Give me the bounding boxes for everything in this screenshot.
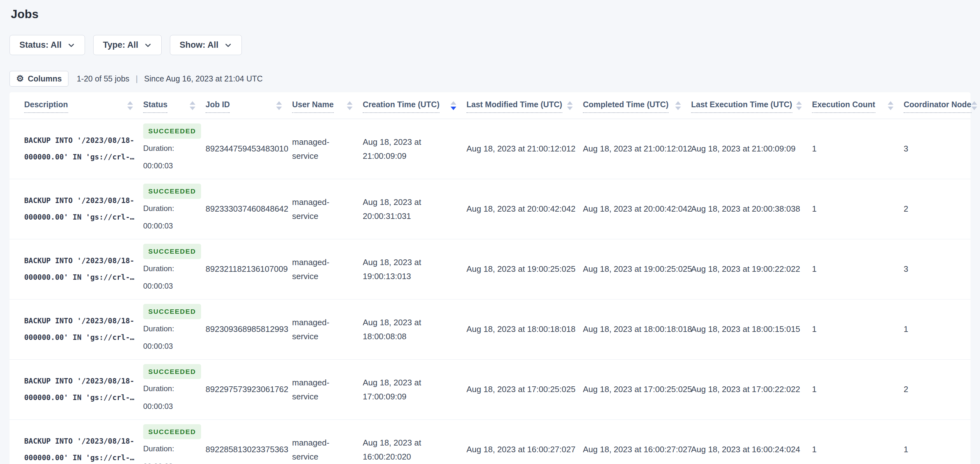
description-cell: BACKUP INTO '/2023/08/18- 000000.00' IN …: [10, 179, 143, 239]
job-id-cell: 892344759453483010: [205, 119, 292, 179]
column-header-label: Last Modified Time (UTC): [466, 100, 562, 113]
sort-down-arrow: [888, 107, 894, 110]
sort-up-arrow: [888, 101, 894, 105]
status-badge: SUCCEEDED: [143, 244, 201, 259]
sort-icon[interactable]: [675, 101, 681, 110]
creation-time: Aug 18, 2023 at 19:00:13:013: [363, 255, 458, 283]
description-line: BACKUP INTO '/2023/08/18-: [24, 373, 135, 389]
status-badge: SUCCEEDED: [143, 304, 201, 319]
table-row[interactable]: BACKUP INTO '/2023/08/18- 000000.00' IN …: [10, 299, 970, 359]
table-row[interactable]: BACKUP INTO '/2023/08/18- 000000.00' IN …: [10, 359, 970, 419]
column-header-label: Last Execution Time (UTC): [691, 100, 792, 113]
execution-count-cell: 1: [812, 119, 904, 179]
column-header[interactable]: Coordinator Node: [904, 92, 970, 119]
completed-time-cell: Aug 18, 2023 at 20:00:42:042: [583, 179, 691, 239]
sort-down-arrow: [450, 107, 456, 110]
sort-up-arrow: [127, 101, 133, 105]
sort-icon[interactable]: [276, 101, 282, 110]
status-filter-dropdown[interactable]: Status: All: [10, 35, 85, 55]
column-header[interactable]: Status: [143, 92, 205, 119]
column-header[interactable]: User Name: [292, 92, 363, 119]
sort-icon[interactable]: [796, 101, 802, 110]
user-name-cell: managed-service: [292, 419, 363, 464]
column-header-label: Execution Count: [812, 100, 875, 113]
jobs-table: Description Status Job ID User Name: [10, 92, 970, 464]
column-header[interactable]: Description: [10, 92, 143, 119]
table-row[interactable]: BACKUP INTO '/2023/08/18- 000000.00' IN …: [10, 419, 970, 464]
description-cell: BACKUP INTO '/2023/08/18- 000000.00' IN …: [10, 419, 143, 464]
sort-icon[interactable]: [189, 101, 196, 110]
sort-icon[interactable]: [971, 101, 977, 110]
last-modified-time-cell: Aug 18, 2023 at 17:00:25:025: [466, 359, 583, 419]
description-cell: BACKUP INTO '/2023/08/18- 000000.00' IN …: [10, 239, 143, 299]
show-filter-dropdown[interactable]: Show: All: [170, 35, 242, 55]
type-filter-dropdown[interactable]: Type: All: [93, 35, 162, 55]
job-id-cell: 892285813023375363: [205, 419, 292, 464]
results-count: 1-20 of 55 jobs: [77, 74, 129, 83]
table-toolbar: ⚙ Columns 1-20 of 55 jobs | Since Aug 16…: [10, 71, 970, 86]
status-cell: SUCCEEDED Duration: 00:00:03: [143, 119, 205, 179]
description-line: 000000.00' IN 'gs://crl-…: [24, 269, 135, 286]
sort-icon[interactable]: [450, 101, 456, 110]
sort-up-arrow: [347, 101, 353, 105]
sort-up-arrow: [276, 101, 282, 105]
status-filter-label: Status: All: [19, 40, 62, 50]
last-modified-time-cell: Aug 18, 2023 at 18:00:18:018: [466, 299, 583, 359]
status-badge: SUCCEEDED: [143, 424, 201, 440]
duration-value: 00:00:03: [143, 217, 198, 234]
duration-value: 00:00:03: [143, 277, 198, 295]
columns-button[interactable]: ⚙ Columns: [10, 71, 68, 86]
completed-time-cell: Aug 18, 2023 at 21:00:12:012: [583, 119, 691, 179]
column-header-label: Coordinator Node: [904, 100, 971, 113]
creation-time-cell: Aug 18, 2023 at 19:00:13:013: [363, 239, 466, 299]
execution-count-cell: 1: [812, 359, 904, 419]
sort-down-arrow: [189, 107, 196, 110]
sort-down-arrow: [276, 107, 282, 110]
last-execution-time-cell: Aug 18, 2023 at 19:00:22:022: [691, 239, 812, 299]
description-line: BACKUP INTO '/2023/08/18-: [24, 132, 135, 149]
duration-label: Duration:: [143, 379, 198, 397]
column-header[interactable]: Creation Time (UTC): [363, 92, 466, 119]
last-execution-time-cell: Aug 18, 2023 at 18:00:15:015: [691, 299, 812, 359]
user-name: managed-service: [292, 316, 353, 343]
duration-value: 00:00:03: [143, 157, 198, 174]
chevron-down-icon: [224, 41, 232, 49]
coordinator-node-cell: 3: [904, 119, 970, 179]
user-name-cell: managed-service: [292, 179, 363, 239]
sort-icon[interactable]: [567, 101, 573, 110]
description-line: BACKUP INTO '/2023/08/18-: [24, 433, 135, 450]
coordinator-node-cell: 2: [904, 179, 970, 239]
sort-icon[interactable]: [127, 101, 133, 110]
table-row[interactable]: BACKUP INTO '/2023/08/18- 000000.00' IN …: [10, 119, 970, 179]
execution-count-cell: 1: [812, 299, 904, 359]
description-line: 000000.00' IN 'gs://crl-…: [24, 329, 135, 346]
column-header[interactable]: Completed Time (UTC): [583, 92, 691, 119]
sort-down-arrow: [347, 107, 353, 110]
job-id-cell: 892333037460848642: [205, 179, 292, 239]
jobs-table-card: Description Status Job ID User Name: [10, 92, 970, 464]
column-header[interactable]: Execution Count: [812, 92, 904, 119]
column-header[interactable]: Job ID: [205, 92, 292, 119]
creation-time: Aug 18, 2023 at 21:00:09:09: [363, 135, 458, 163]
sort-icon[interactable]: [347, 101, 353, 110]
sort-up-arrow: [450, 101, 456, 105]
page-title: Jobs: [11, 8, 970, 21]
job-id-cell: 892297573923061762: [205, 359, 292, 419]
results-since: Since Aug 16, 2023 at 21:04 UTC: [144, 74, 262, 83]
sort-up-arrow: [971, 101, 977, 105]
table-row[interactable]: BACKUP INTO '/2023/08/18- 000000.00' IN …: [10, 179, 970, 239]
coordinator-node-cell: 3: [904, 239, 970, 299]
sort-icon[interactable]: [888, 101, 894, 110]
table-row[interactable]: BACKUP INTO '/2023/08/18- 000000.00' IN …: [10, 239, 970, 299]
description-line: BACKUP INTO '/2023/08/18-: [24, 193, 135, 209]
job-id-cell: 892321182136107009: [205, 239, 292, 299]
column-header[interactable]: Last Modified Time (UTC): [466, 92, 583, 119]
coordinator-node-cell: 1: [904, 299, 970, 359]
execution-count-cell: 1: [812, 419, 904, 464]
column-header[interactable]: Last Execution Time (UTC): [691, 92, 812, 119]
duration-label: Duration:: [143, 440, 198, 457]
last-execution-time-cell: Aug 18, 2023 at 17:00:22:022: [691, 359, 812, 419]
separator: |: [136, 74, 138, 83]
filter-bar: Status: All Type: All Show: All: [10, 35, 970, 55]
table-header-row: Description Status Job ID User Name: [10, 92, 970, 119]
